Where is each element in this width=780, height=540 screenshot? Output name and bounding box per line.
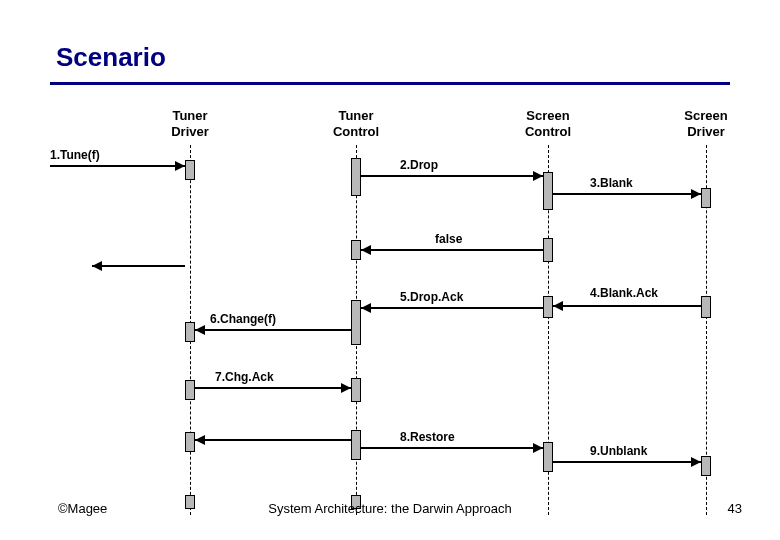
message-label: 6.Change(f) xyxy=(210,312,276,326)
activation xyxy=(351,430,361,460)
lifeline-label-tuner-driver: Tuner Driver xyxy=(150,108,230,139)
activation xyxy=(543,296,553,318)
footer-page-number: 43 xyxy=(728,501,742,516)
activation xyxy=(543,172,553,210)
activation xyxy=(543,238,553,262)
footer-copyright: ©Magee xyxy=(58,501,107,516)
title-underline xyxy=(50,82,730,85)
message-label: 7.Chg.Ack xyxy=(215,370,274,384)
message-label: 3.Blank xyxy=(590,176,633,190)
activation xyxy=(185,380,195,400)
activation xyxy=(185,322,195,342)
message-label: 4.Blank.Ack xyxy=(590,286,658,300)
message-label: 5.Drop.Ack xyxy=(400,290,463,304)
activation xyxy=(701,188,711,208)
lifeline-label-screen-control: Screen Control xyxy=(508,108,588,139)
activation xyxy=(351,240,361,260)
lifeline-label-screen-driver: Screen Driver xyxy=(666,108,746,139)
message-label: 9.Unblank xyxy=(590,444,647,458)
activation xyxy=(351,378,361,402)
message-label: 2.Drop xyxy=(400,158,438,172)
message-label: 8.Restore xyxy=(400,430,455,444)
message-label: false xyxy=(435,232,462,246)
activation xyxy=(701,296,711,318)
activation xyxy=(701,456,711,476)
activation xyxy=(351,300,361,345)
activation xyxy=(185,160,195,180)
activation xyxy=(185,432,195,452)
message-label: 1.Tune(f) xyxy=(50,148,100,162)
activation xyxy=(185,495,195,509)
activation xyxy=(351,158,361,196)
activation xyxy=(543,442,553,472)
footer-subtitle: System Architecture: the Darwin Approach xyxy=(268,501,512,516)
lifeline-label-tuner-control: Tuner Control xyxy=(316,108,396,139)
page-title: Scenario xyxy=(56,42,166,73)
